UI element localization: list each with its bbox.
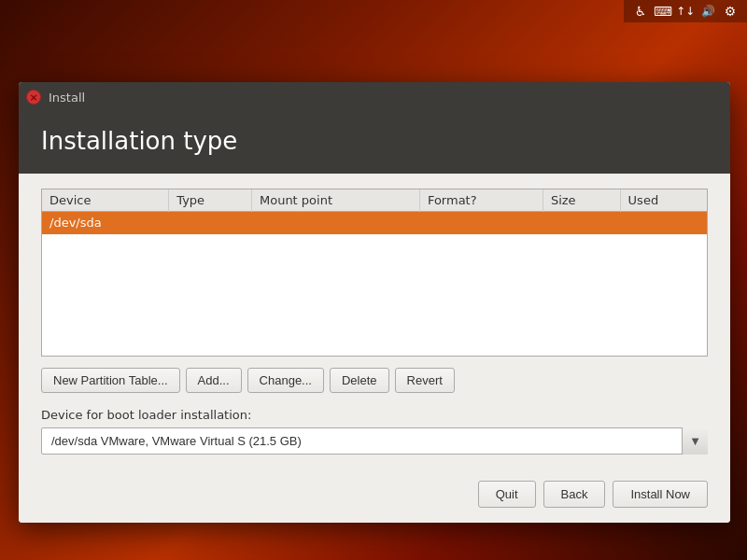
network-icon[interactable]: ↑↓ — [676, 2, 695, 21]
action-buttons-row: Quit Back Install Now — [19, 469, 730, 523]
col-type: Type — [169, 189, 252, 212]
change-button[interactable]: Change... — [247, 368, 324, 393]
window-content: Device Type Mount point Format? Size Use… — [19, 174, 730, 469]
col-format: Format? — [419, 189, 543, 212]
quit-button[interactable]: Quit — [478, 481, 536, 508]
volume-icon[interactable]: 🔊 — [698, 2, 717, 21]
cell-size — [543, 212, 620, 234]
table-row[interactable]: /dev/sda — [42, 212, 707, 234]
partition-table-wrapper: Device Type Mount point Format? Size Use… — [41, 189, 708, 357]
cell-device: /dev/sda — [42, 212, 169, 234]
partition-buttons-row: New Partition Table... Add... Change... … — [41, 368, 708, 393]
window-header: Installation type — [19, 112, 730, 174]
col-used: Used — [620, 189, 707, 212]
col-device: Device — [42, 189, 169, 212]
bootloader-select[interactable]: /dev/sda VMware, VMware Virtual S (21.5 … — [41, 427, 708, 455]
back-button[interactable]: Back — [543, 481, 606, 508]
table-header-row: Device Type Mount point Format? Size Use… — [42, 189, 707, 212]
empty-row — [42, 234, 707, 356]
revert-button[interactable]: Revert — [395, 368, 455, 393]
partition-table: Device Type Mount point Format? Size Use… — [42, 189, 707, 356]
col-mount-point: Mount point — [251, 189, 419, 212]
col-size: Size — [543, 189, 620, 212]
cell-format — [419, 212, 543, 234]
add-button[interactable]: Add... — [186, 368, 242, 393]
titlebar-title: Install — [49, 91, 85, 105]
partition-table-body[interactable]: /dev/sda — [42, 212, 707, 356]
cell-mount-point — [251, 212, 419, 234]
page-title: Installation type — [41, 127, 708, 155]
keyboard-icon[interactable]: ⌨ — [654, 2, 672, 21]
titlebar: × Install — [19, 82, 730, 112]
cell-used — [620, 212, 707, 234]
install-window: × Install Installation type Device Type … — [19, 82, 730, 523]
bootloader-select-wrapper: /dev/sda VMware, VMware Virtual S (21.5 … — [41, 427, 708, 455]
taskbar: ♿ ⌨ ↑↓ 🔊 ⚙ — [624, 0, 747, 22]
close-button[interactable]: × — [26, 90, 41, 105]
close-icon: × — [29, 91, 37, 104]
bootloader-label: Device for boot loader installation: — [41, 408, 708, 422]
delete-button[interactable]: Delete — [330, 368, 389, 393]
new-partition-table-button[interactable]: New Partition Table... — [41, 368, 180, 393]
settings-icon[interactable]: ⚙ — [721, 2, 740, 21]
install-now-button[interactable]: Install Now — [613, 481, 708, 508]
cell-type — [169, 212, 252, 234]
accessibility-icon[interactable]: ♿ — [631, 2, 650, 21]
